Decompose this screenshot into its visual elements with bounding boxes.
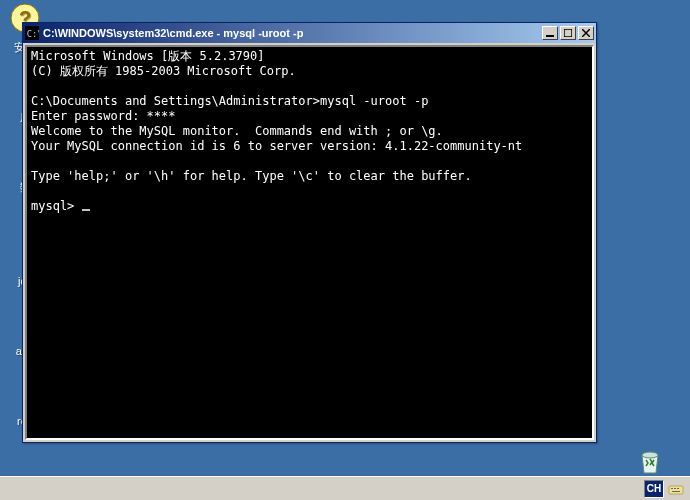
svg-point-2 bbox=[642, 452, 658, 458]
close-icon bbox=[582, 29, 590, 37]
titlebar[interactable]: C:\ C:\WINDOWS\system32\cmd.exe - mysql … bbox=[23, 23, 596, 43]
svg-rect-5 bbox=[546, 35, 554, 37]
console-line: Your MySQL connection id is 6 to server … bbox=[31, 139, 522, 153]
svg-rect-10 bbox=[677, 488, 679, 489]
console-area[interactable]: Microsoft Windows [版本 5.2.3790] (C) 版权所有… bbox=[25, 45, 594, 440]
cmd-window: C:\ C:\WINDOWS\system32\cmd.exe - mysql … bbox=[22, 22, 597, 443]
minimize-icon bbox=[546, 29, 554, 37]
minimize-button[interactable] bbox=[542, 26, 558, 40]
taskbar: CH bbox=[0, 476, 690, 500]
cmd-app-icon: C:\ bbox=[25, 26, 39, 40]
svg-rect-7 bbox=[669, 486, 683, 494]
console-line: Microsoft Windows [版本 5.2.3790] bbox=[31, 49, 265, 63]
tray-keyboard-icon[interactable] bbox=[668, 481, 684, 497]
console-line: Type 'help;' or '\h' for help. Type '\c'… bbox=[31, 169, 472, 183]
language-label: CH bbox=[647, 483, 661, 494]
console-line: Welcome to the MySQL monitor. Commands e… bbox=[31, 124, 443, 138]
close-button[interactable] bbox=[578, 26, 594, 40]
console-prompt: mysql> bbox=[31, 199, 82, 213]
language-indicator[interactable]: CH bbox=[644, 480, 664, 498]
window-title: C:\WINDOWS\system32\cmd.exe - mysql -uro… bbox=[43, 27, 540, 39]
console-line: (C) 版权所有 1985-2003 Microsoft Corp. bbox=[31, 64, 296, 78]
svg-rect-6 bbox=[564, 29, 572, 37]
svg-rect-9 bbox=[674, 488, 676, 489]
recycle-bin-icon bbox=[634, 445, 666, 477]
svg-rect-11 bbox=[672, 491, 680, 492]
console-line: C:\Documents and Settings\Administrator>… bbox=[31, 94, 428, 108]
maximize-button[interactable] bbox=[560, 26, 576, 40]
cursor bbox=[82, 209, 90, 211]
maximize-icon bbox=[564, 29, 572, 37]
console-line: Enter password: **** bbox=[31, 109, 176, 123]
svg-text:C:\: C:\ bbox=[27, 29, 39, 39]
svg-rect-8 bbox=[671, 488, 673, 489]
